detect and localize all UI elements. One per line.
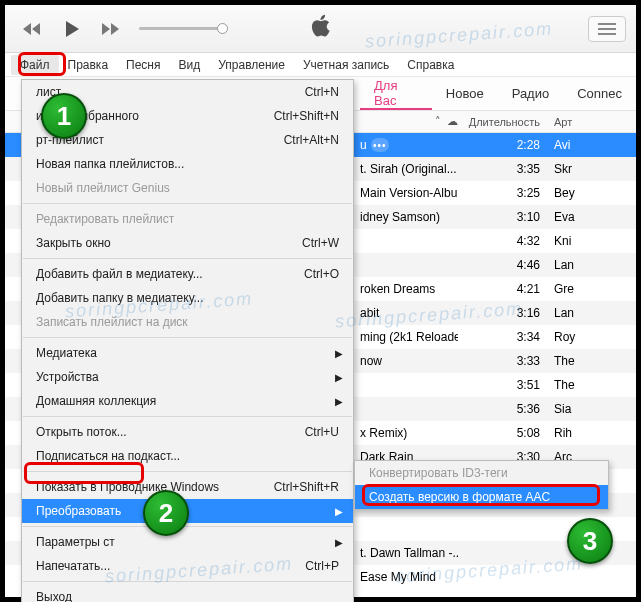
step-badge-1: 1	[41, 93, 87, 139]
menu-edit[interactable]: Правка	[59, 55, 118, 75]
app-window: Файл Правка Песня Вид Управление Учетная…	[5, 5, 636, 597]
highlight-create-aac	[362, 484, 600, 506]
tab-radio[interactable]: Радио	[498, 77, 564, 110]
column-artist[interactable]: Арт	[548, 116, 636, 128]
menu-item[interactable]: Открыть поток...Ctrl+U	[22, 420, 353, 444]
menu-item[interactable]: Медиатека▶	[22, 341, 353, 365]
menu-help[interactable]: Справка	[398, 55, 463, 75]
chevron-right-icon: ▶	[335, 372, 343, 383]
chevron-right-icon: ▶	[335, 537, 343, 548]
next-button[interactable]	[95, 16, 129, 42]
file-dropdown-menu: листCtrl+Nист из выбранногоCtrl+Shift+Nр…	[21, 79, 354, 602]
chevron-right-icon: ▶	[335, 348, 343, 359]
column-duration[interactable]: Длительность	[458, 116, 548, 128]
tab-for-you[interactable]: Для Вас	[360, 77, 432, 110]
menu-song[interactable]: Песня	[117, 55, 169, 75]
step-badge-2: 2	[143, 490, 189, 536]
menu-item: Записать плейлист на диск	[22, 310, 353, 334]
chevron-right-icon: ▶	[335, 396, 343, 407]
playback-controls	[15, 16, 129, 42]
highlight-convert-item	[24, 462, 144, 484]
cloud-icon: ☁	[447, 115, 458, 128]
menu-item[interactable]: Добавить файл в медиатеку...Ctrl+O	[22, 262, 353, 286]
menu-item[interactable]: Напечатать...Ctrl+P	[22, 554, 353, 578]
menu-item[interactable]: Домашняя коллекция▶	[22, 389, 353, 413]
prev-button[interactable]	[15, 16, 49, 42]
more-icon[interactable]: •••	[371, 138, 389, 152]
menu-item: Новый плейлист Genius	[22, 176, 353, 200]
menu-item[interactable]: Новая папка плейлистов...	[22, 152, 353, 176]
menu-item[interactable]: Добавить папку в медиатеку...	[22, 286, 353, 310]
chevron-right-icon: ▶	[335, 506, 343, 517]
tab-new[interactable]: Новое	[432, 77, 498, 110]
column-sort[interactable]: ˄ ☁	[360, 115, 458, 128]
menu-item[interactable]: Выход	[22, 585, 353, 602]
menu-item[interactable]: Устройства▶	[22, 365, 353, 389]
apple-logo-icon	[311, 14, 331, 44]
step-badge-3: 3	[567, 518, 613, 564]
menubar: Файл Правка Песня Вид Управление Учетная…	[5, 53, 636, 77]
submenu-item: Конвертировать ID3-теги	[355, 461, 608, 485]
sort-asc-icon: ˄	[435, 115, 441, 128]
menu-item[interactable]: Параметры ст▶	[22, 530, 353, 554]
menu-item: Редактировать плейлист	[22, 207, 353, 231]
highlight-file-menu	[18, 52, 66, 76]
tab-connect[interactable]: Connec	[563, 77, 636, 110]
volume-slider[interactable]	[139, 27, 227, 30]
play-button[interactable]	[55, 16, 89, 42]
menu-controls[interactable]: Управление	[209, 55, 294, 75]
menu-item[interactable]: Закрыть окноCtrl+W	[22, 231, 353, 255]
player-toolbar	[5, 5, 636, 53]
menu-view[interactable]: Вид	[170, 55, 210, 75]
menu-account[interactable]: Учетная запись	[294, 55, 398, 75]
list-view-button[interactable]	[588, 16, 626, 42]
